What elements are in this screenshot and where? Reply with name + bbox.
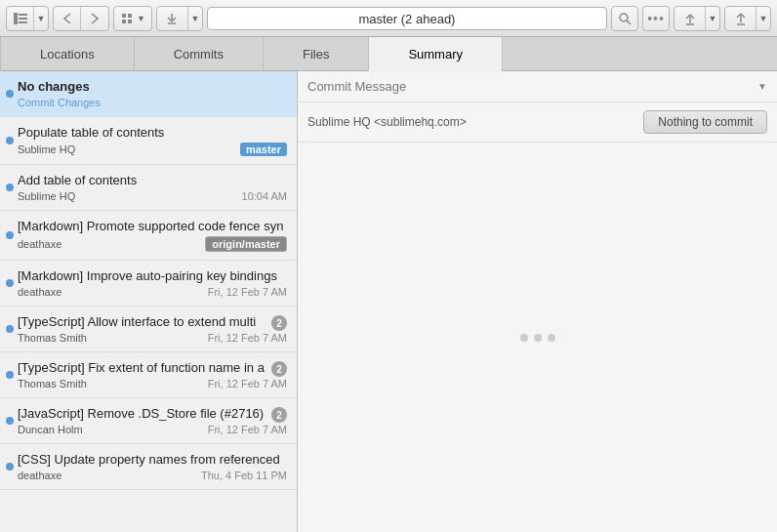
commit-time: 10:04 AM: [242, 190, 287, 202]
branch-badge: origin/master: [205, 236, 287, 252]
commit-meta: deathaxe Fri, 12 Feb 7 AM: [18, 286, 287, 298]
commit-title: [TypeScript] Allow interface to extend m…: [18, 314, 267, 329]
commit-dot: [6, 279, 14, 287]
commit-message-input[interactable]: [307, 79, 757, 94]
commit-item[interactable]: [Markdown] Improve auto-pairing key bind…: [0, 261, 297, 307]
commit-meta: deathaxe Thu, 4 Feb 11 PM: [18, 470, 287, 481]
sidebar-toggle-btn[interactable]: [7, 6, 34, 31]
svg-line-13: [627, 20, 631, 24]
svg-rect-7: [128, 20, 132, 23]
commit-author: Thomas Smith: [18, 378, 87, 389]
commit-item[interactable]: [Markdown] Promote supported code fence …: [0, 211, 297, 261]
stash-btn[interactable]: [157, 6, 188, 31]
commit-author: deathaxe: [18, 286, 61, 298]
repo-title: master (2 ahead): [207, 7, 607, 30]
commit-dot: [6, 137, 14, 144]
commit-meta: Thomas Smith Fri, 12 Feb 7 AM: [18, 332, 287, 344]
author-email: Sublime HQ <sublimehq.com>: [307, 115, 467, 129]
pull-btn[interactable]: [675, 6, 706, 31]
commit-meta: Duncan Holm Fri, 12 Feb 7 AM: [18, 424, 287, 435]
commit-item[interactable]: [CSS] Update property names from referen…: [0, 444, 297, 490]
message-dropdown-arrow[interactable]: ▼: [757, 81, 767, 92]
author-row: Sublime HQ <sublimehq.com> Nothing to co…: [298, 102, 777, 143]
commit-author: Sublime HQ: [18, 190, 75, 202]
tab-bar: Locations Commits Files Summary: [0, 37, 777, 71]
loading-dot-3: [548, 334, 555, 342]
commit-meta: deathaxe origin/master: [18, 236, 287, 252]
svg-rect-1: [19, 14, 27, 16]
tab-files[interactable]: Files: [264, 37, 369, 71]
commit-item[interactable]: Add table of contents Sublime HQ 10:04 A…: [0, 165, 297, 211]
commit-item[interactable]: [TypeScript] Allow interface to extend m…: [0, 307, 297, 352]
push-group: ▼: [724, 6, 771, 31]
fetch-dropdown[interactable]: ▼: [114, 6, 151, 31]
loading-area: [298, 143, 777, 532]
commit-meta: Thomas Smith Fri, 12 Feb 7 AM: [18, 378, 287, 389]
commit-item[interactable]: No changes Commit Changes: [0, 71, 297, 117]
pull-group: ▼: [674, 6, 720, 31]
commit-dot: [6, 184, 14, 191]
forward-btn[interactable]: [81, 6, 108, 31]
commit-dot: [6, 417, 14, 425]
commit-dot: [6, 371, 14, 379]
commit-list: No changes Commit Changes Populate table…: [0, 71, 298, 532]
commit-title: Populate table of contents: [18, 125, 287, 140]
commit-title: [JavaScript] Remove .DS_Store file (#271…: [18, 406, 267, 421]
nothing-to-commit-btn[interactable]: Nothing to commit: [643, 110, 767, 134]
commit-dot: [6, 463, 14, 471]
summary-panel: ▼ Sublime HQ <sublimehq.com> Nothing to …: [298, 71, 777, 532]
back-forward-group: [53, 6, 109, 31]
commit-title: Add table of contents: [18, 173, 287, 187]
svg-rect-2: [19, 18, 27, 20]
push-dropdown-btn[interactable]: ▼: [757, 6, 770, 31]
tab-locations[interactable]: Locations: [0, 37, 135, 71]
dropdown-arrow-btn[interactable]: ▼: [34, 6, 48, 31]
commit-author: deathaxe: [18, 238, 61, 250]
svg-rect-6: [122, 20, 126, 23]
commit-author: Sublime HQ: [18, 143, 75, 155]
loading-dot-2: [534, 334, 542, 342]
commit-item[interactable]: [TypeScript] Fix extent of function name…: [0, 352, 297, 398]
push-btn[interactable]: [725, 6, 757, 31]
svg-rect-0: [14, 13, 18, 24]
parent-count: 2: [271, 407, 287, 423]
commit-title: No changes: [18, 79, 287, 94]
commit-author: Thomas Smith: [18, 332, 87, 344]
commit-dot: [6, 325, 14, 333]
commit-meta: Sublime HQ master: [18, 143, 287, 156]
tab-commits[interactable]: Commits: [135, 37, 264, 71]
commit-dot: [6, 231, 14, 239]
more-btn[interactable]: •••: [642, 6, 670, 31]
action-group: ▼: [113, 6, 152, 31]
commit-title: [TypeScript] Fix extent of function name…: [18, 360, 267, 375]
commit-title: [CSS] Update property names from referen…: [18, 452, 287, 467]
commit-time: Thu, 4 Feb 11 PM: [201, 470, 287, 481]
toolbar-right: ••• ▼: [611, 6, 771, 31]
stash-dropdown-btn[interactable]: ▼: [188, 6, 202, 31]
commit-time: Fri, 12 Feb 7 AM: [208, 332, 287, 344]
pull-dropdown-btn[interactable]: ▼: [706, 6, 719, 31]
commit-subtitle: Commit Changes: [18, 97, 287, 108]
nav-group: ▼: [6, 6, 49, 31]
commit-title: [Markdown] Improve auto-pairing key bind…: [18, 268, 287, 283]
loading-dot-1: [520, 334, 528, 342]
svg-rect-5: [128, 14, 132, 18]
commit-time: Fri, 12 Feb 7 AM: [208, 286, 287, 298]
search-btn[interactable]: [611, 6, 638, 31]
main-content: No changes Commit Changes Populate table…: [0, 71, 777, 532]
commit-dot: [6, 90, 14, 98]
commit-time: Fri, 12 Feb 7 AM: [208, 424, 287, 435]
commit-item[interactable]: Populate table of contents Sublime HQ ma…: [0, 117, 297, 165]
commit-item[interactable]: [JavaScript] Remove .DS_Store file (#271…: [0, 398, 297, 444]
commit-author: deathaxe: [18, 470, 61, 481]
back-btn[interactable]: [54, 6, 81, 31]
commit-author: Duncan Holm: [18, 424, 83, 435]
commit-time: Fri, 12 Feb 7 AM: [208, 378, 287, 389]
parent-count: 2: [271, 361, 287, 377]
branch-badge: master: [240, 143, 287, 156]
stash-group: ▼: [156, 6, 203, 31]
svg-rect-3: [19, 21, 27, 23]
commit-message-area: ▼: [298, 71, 777, 102]
tab-summary[interactable]: Summary: [369, 37, 503, 71]
parent-count: 2: [271, 315, 287, 331]
